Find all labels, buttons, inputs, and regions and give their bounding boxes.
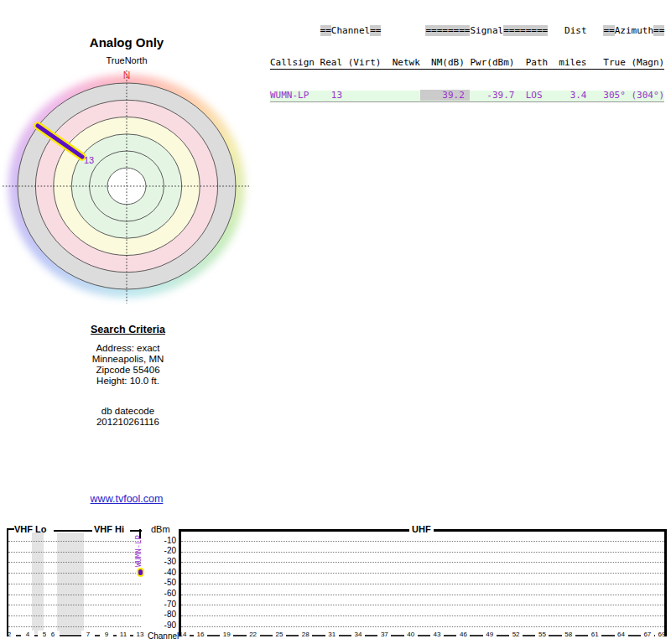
channel-tick-label: 40: [404, 631, 418, 640]
channel-tick-label: 6: [46, 631, 60, 640]
dbm-gridline: [181, 541, 664, 542]
channel-tick-label: 49: [483, 631, 497, 640]
signal-table: ==Channel== ========Signal======== Dist …: [270, 5, 664, 112]
dbm-tick-label: -60: [143, 589, 176, 598]
tvfool-link-wrap: www.tvfool.com: [0, 493, 253, 505]
dbm-gridline: [181, 626, 664, 627]
dbm-tick-label: -30: [143, 557, 176, 566]
table-segment: [548, 25, 564, 36]
dbm-tick-label: -80: [143, 610, 176, 619]
table-segment: ==: [603, 25, 614, 36]
channel-tick-label: 7: [81, 631, 95, 640]
dbm-gridline: [8, 552, 141, 553]
channel-tick-label: 46: [456, 631, 470, 640]
table-segment: ==: [320, 25, 331, 36]
dbm-gridline: [8, 562, 141, 563]
station-row-wumn-lp[interactable]: WUMN-LP 13 39.2 -39.7 LOS 3.4 305° (304°…: [270, 91, 664, 102]
vhf-top-left-stub: [7, 528, 14, 530]
dbm-gridline: [181, 595, 664, 595]
radar-plot: N 13: [0, 59, 252, 310]
dbm-gridline: [8, 541, 141, 542]
channel-tick-label: 58: [562, 631, 575, 640]
table-segment: ========: [503, 25, 548, 36]
channel-tick-label: 9: [100, 631, 113, 640]
dbm-gridline: [8, 573, 141, 574]
dbm-tick-label: -20: [143, 546, 176, 555]
table-segment: [342, 90, 420, 101]
table-segment: 39.2: [420, 90, 471, 101]
radar-title: Analog Only: [0, 35, 253, 49]
search-criteria-title: Search Criteria: [0, 325, 256, 335]
table-segment: [270, 25, 320, 36]
dbm-gridline: [8, 615, 141, 616]
vhf-left-border: [7, 528, 8, 636]
channel-tick-label: 11: [117, 631, 130, 640]
dbm-tick-label: -70: [143, 600, 176, 609]
table-header-groups: ==Channel== ========Signal======== Dist …: [270, 26, 664, 37]
channel-tick-label: 52: [509, 631, 523, 640]
search-zipcode: Zipcode 55406: [0, 365, 256, 376]
dbm-tick-label: -40: [143, 568, 176, 577]
dbm-gridline: [8, 626, 141, 627]
tvfool-link[interactable]: www.tvfool.com: [91, 493, 164, 505]
db-datecode-label: db datecode: [0, 406, 256, 417]
table-segment: Dist: [564, 25, 587, 36]
uhf-left-border: [179, 529, 181, 636]
search-address: Address: exact: [0, 343, 256, 354]
channel-tick-label: 34: [351, 631, 365, 640]
dbm-gridline: [181, 562, 664, 563]
dbm-tick-label: -50: [143, 578, 176, 587]
channel-tick-label: 22: [247, 631, 260, 640]
channel-tick-label: 16: [194, 631, 207, 640]
channel-tick-label: 4: [21, 631, 34, 640]
search-height: Height: 10.0 ft.: [0, 376, 256, 387]
table-segment: WUMN-LP 13: [270, 90, 342, 101]
uhf-top-border-left: [179, 529, 409, 532]
channel-tick-label: 43: [430, 631, 444, 640]
channel-tick-label: 13: [133, 631, 147, 640]
table-segment: Azimuth: [615, 25, 653, 36]
dbm-gridline: [8, 605, 141, 605]
table-segment: ==: [653, 25, 664, 36]
table-segment: Signal: [470, 25, 503, 36]
dbm-axis-label: dBm: [151, 524, 170, 534]
vhf-lo-label: VHF Lo: [14, 524, 47, 534]
dbm-tick-label: -10: [143, 536, 176, 545]
channel-tick-label: 64: [615, 631, 628, 640]
table-segment: -39.7 LOS 3.4 305° (304°): [470, 90, 664, 101]
dbm-gridline: [181, 573, 664, 574]
channel-tick-label: 55: [535, 631, 549, 640]
dbm-gridline: [181, 615, 664, 616]
station-ray-label: 13: [84, 155, 94, 165]
channel-tick-label: 37: [377, 631, 391, 640]
table-segment: ========: [425, 25, 470, 36]
table-segment: ==: [370, 25, 381, 36]
table-segment: [381, 25, 425, 36]
dbm-gridline: [8, 595, 141, 595]
uhf-label: UHF: [412, 524, 431, 534]
dbm-gridline: [8, 584, 141, 584]
channel-tick-label: 31: [325, 631, 339, 640]
north-marker: N: [123, 70, 131, 81]
table-segment: [587, 25, 604, 36]
channel-tick-label: 28: [299, 631, 312, 640]
vhf-connector-line: [54, 530, 92, 532]
channel-tick-label: 61: [588, 631, 601, 640]
uhf-top-border-right: [434, 529, 667, 532]
vhf-hi-label: VHF Hi: [94, 524, 124, 534]
dbm-gridline: [181, 584, 664, 584]
table-segment: Channel: [331, 25, 370, 36]
table-header-columns: Callsign Real (Virt) Netwk NM(dB) Pwr(dB…: [270, 58, 664, 70]
channel-tick-label: 67: [641, 631, 654, 640]
search-city: Minneapolis, MN: [0, 354, 256, 365]
channel-axis-label: Channel: [148, 631, 179, 641]
search-criteria: Search Criteria Address: exact Minneapol…: [0, 325, 256, 428]
tvfool-report-page: { "title": "Analog Only", "radar": { "no…: [0, 0, 671, 644]
uhf-right-border: [664, 529, 667, 636]
station-signal-bar: [137, 568, 144, 577]
dbm-gridline: [181, 552, 664, 553]
channel-tick-label: 25: [273, 631, 286, 640]
channel-tick-label: 2: [3, 631, 16, 640]
dbm-gridline: [181, 605, 664, 605]
dbm-tick-label: -90: [143, 621, 176, 630]
